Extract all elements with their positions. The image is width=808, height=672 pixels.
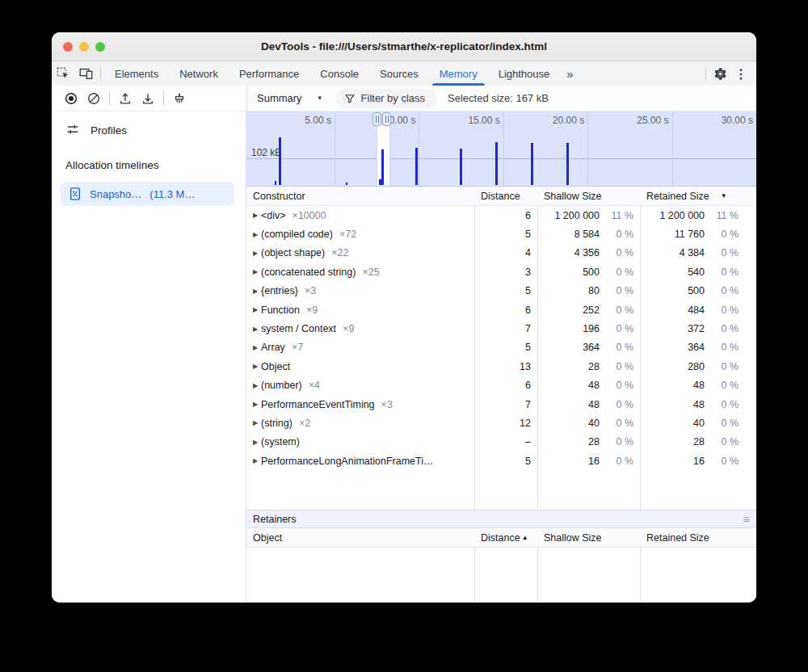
panel-content: Profiles Allocation timelines Snapsho… (… — [52, 111, 756, 603]
expand-triangle-icon[interactable]: ▶ — [253, 382, 261, 389]
shallow-size-value: 48 — [537, 399, 600, 410]
expand-triangle-icon[interactable]: ▶ — [253, 306, 261, 313]
record-heap-button[interactable] — [60, 88, 82, 109]
table-row[interactable]: ▶Function×962520 %4840 % — [246, 300, 756, 319]
class-filter-input[interactable]: Filter by class — [336, 89, 436, 108]
column-header-shallow-size[interactable]: Shallow Size — [537, 532, 640, 544]
time-axis-label: 25.00 s — [588, 115, 669, 126]
table-row[interactable]: ▶PerformanceEventTiming×37480 %480 % — [246, 395, 756, 414]
retained-size-value: 28 — [640, 436, 705, 447]
allocation-bar — [381, 149, 384, 185]
expand-triangle-icon[interactable]: ▶ — [253, 457, 261, 464]
settings-button[interactable] — [709, 63, 730, 84]
allocation-timeline-overview[interactable]: 102 kB 5.00 s10.00 s15.00 s20.00 s25.00 … — [246, 111, 756, 187]
column-header-shallow-size[interactable]: Shallow Size — [537, 191, 640, 202]
shallow-size-percent: 0 % — [600, 399, 633, 410]
tab-network[interactable]: Network — [169, 61, 229, 86]
column-separator[interactable] — [640, 548, 641, 603]
clear-view-button[interactable] — [168, 88, 191, 109]
filter-icon — [344, 93, 356, 104]
selection-right-handle[interactable] — [382, 112, 391, 126]
constructor-name: system / Context — [261, 323, 336, 334]
shallow-size-value: 28 — [537, 436, 600, 447]
table-row[interactable]: ▶Array×753640 %3640 % — [246, 338, 756, 357]
constructor-name: (compiled code) — [261, 229, 333, 240]
table-row[interactable]: ▶(system)–280 %280 % — [246, 433, 756, 452]
retained-size-percent: 0 % — [705, 323, 739, 334]
expand-triangle-icon[interactable]: ▶ — [253, 344, 261, 351]
retained-size-value: 364 — [640, 342, 705, 353]
clear-profiles-button[interactable] — [82, 88, 105, 109]
table-row[interactable]: ▶Object13280 %2800 % — [246, 357, 756, 376]
retainers-section-header[interactable]: Retainers ≡ — [246, 510, 756, 528]
column-separator[interactable] — [537, 548, 538, 603]
expand-triangle-icon[interactable]: ▶ — [253, 212, 261, 219]
device-toolbar-button[interactable] — [74, 63, 97, 84]
titlebar: DevTools - file:///Users/stmarthe/x-repl… — [52, 32, 756, 61]
expand-triangle-icon[interactable]: ▶ — [253, 288, 261, 295]
save-profile-button[interactable] — [137, 88, 159, 109]
table-row[interactable]: ▶PerformanceLongAnimationFrameTi…5160 %1… — [246, 452, 756, 470]
instance-count: ×7 — [292, 342, 303, 353]
perspective-select[interactable]: Summary ▼ — [257, 92, 323, 104]
shallow-size-percent: 0 % — [600, 267, 633, 278]
table-row[interactable]: ▶(number)×46480 %480 % — [246, 376, 756, 395]
expand-triangle-icon[interactable]: ▶ — [253, 231, 261, 238]
kebab-menu-button[interactable]: ⋮ — [730, 63, 751, 84]
column-header-distance[interactable]: Distance ▲ — [474, 532, 537, 544]
table-row[interactable]: ▶(string)×212400 %400 % — [246, 414, 756, 432]
table-row[interactable]: ▶(compiled code)×7258 5840 %11 7600 % — [246, 225, 756, 243]
column-header-distance[interactable]: Distance — [474, 191, 537, 202]
table-row[interactable]: ▶{entries}×35800 %5000 % — [246, 282, 756, 300]
upload-icon — [118, 91, 133, 106]
more-tabs-button[interactable]: » — [560, 61, 579, 86]
tune-icon — [65, 123, 80, 137]
column-header-retained-size[interactable]: Retained Size ▼ — [640, 191, 756, 202]
load-profile-button[interactable] — [114, 88, 137, 109]
expand-triangle-icon[interactable]: ▶ — [253, 419, 261, 426]
shallow-size-percent: 0 % — [600, 361, 633, 372]
distance-value: 12 — [474, 418, 537, 429]
retained-size-value: 4 384 — [640, 247, 705, 258]
column-header-constructor[interactable]: Constructor — [246, 191, 474, 202]
expand-triangle-icon[interactable]: ▶ — [253, 363, 261, 370]
expand-triangle-icon[interactable]: ▶ — [253, 326, 261, 333]
tab-elements[interactable]: Elements — [104, 61, 169, 86]
retainers-empty-body — [246, 548, 756, 603]
shallow-size-percent: 0 % — [600, 304, 633, 316]
column-separator[interactable] — [474, 548, 475, 603]
instance-count: ×9 — [306, 304, 318, 316]
expand-triangle-icon[interactable]: ▶ — [253, 401, 261, 408]
expand-triangle-icon[interactable]: ▶ — [253, 268, 261, 275]
table-row[interactable]: ▶(object shape)×2244 3560 %4 3840 % — [246, 244, 756, 262]
tab-console[interactable]: Console — [309, 61, 369, 86]
time-axis-label: 20.00 s — [503, 115, 584, 126]
expand-triangle-icon[interactable]: ▶ — [253, 439, 261, 446]
selection-left-handle[interactable] — [372, 112, 381, 126]
constructor-name: <div> — [261, 210, 286, 221]
allocation-timelines-header: Allocation timelines — [52, 159, 246, 171]
snapshot-list-item[interactable]: Snapsho… (11.3 M… — [61, 182, 234, 206]
retained-size-percent: 0 % — [705, 304, 739, 316]
retained-size-value: 500 — [640, 285, 705, 296]
tab-sources[interactable]: Sources — [369, 61, 429, 86]
expand-triangle-icon[interactable]: ▶ — [253, 250, 261, 257]
profiles-header[interactable]: Profiles — [52, 119, 246, 141]
menu-icon[interactable]: ≡ — [743, 513, 750, 526]
distance-value: 5 — [474, 456, 537, 467]
column-header-object[interactable]: Object — [246, 532, 474, 544]
table-row[interactable]: ▶system / Context×971960 %3720 % — [246, 319, 756, 338]
tab-performance[interactable]: Performance — [229, 61, 309, 86]
distance-value: 3 — [474, 267, 537, 278]
constructor-name: (object shape) — [261, 247, 325, 258]
tab-lighthouse[interactable]: Lighthouse — [488, 61, 561, 86]
table-row[interactable]: ▶<div>×1000061 200 00011 %1 200 00011 % — [246, 206, 756, 225]
column-header-retained-size[interactable]: Retained Size — [640, 532, 756, 544]
inspect-element-button[interactable] — [52, 63, 74, 84]
retained-size-percent: 0 % — [705, 229, 739, 240]
profiles-label: Profiles — [90, 124, 127, 136]
table-row[interactable]: ▶(concatenated string)×2535000 %5400 % — [246, 262, 756, 281]
snapshot-size: (11.3 M… — [149, 188, 195, 200]
tab-memory[interactable]: Memory — [429, 61, 488, 86]
retained-size-value: 540 — [640, 267, 705, 278]
